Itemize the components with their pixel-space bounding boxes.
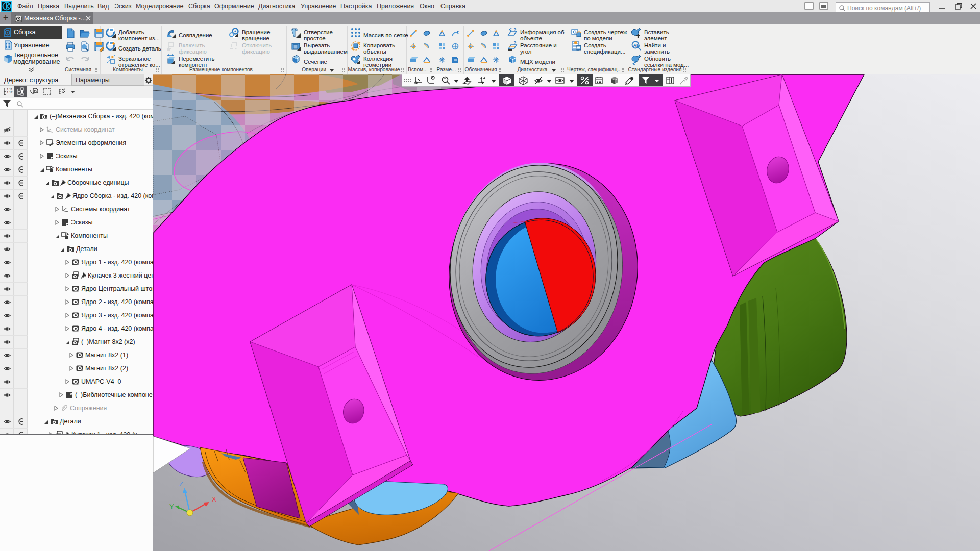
- svg-text:1.12: 1.12: [7, 91, 13, 94]
- svg-text:?: ?: [513, 40, 517, 45]
- svg-text:Y: Y: [169, 503, 174, 510]
- svg-text:АБ: АБ: [633, 43, 640, 48]
- svg-text:Z: Z: [179, 480, 183, 488]
- svg-text:?: ?: [513, 27, 517, 32]
- svg-text:X: X: [212, 495, 216, 503]
